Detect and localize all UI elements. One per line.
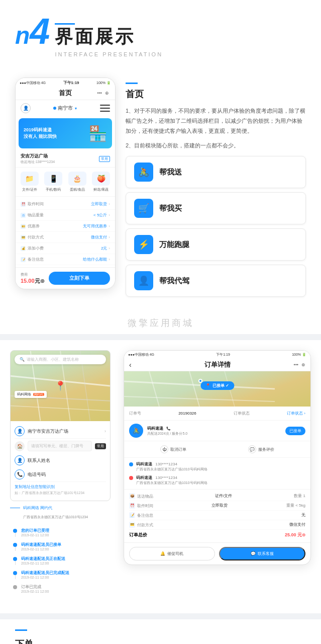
order-no-value: 20190326 xyxy=(178,411,196,416)
timeline-dot-4 xyxy=(13,571,17,575)
phone-banner: 2019码科速递 没有人 能比我快 🏪 xyxy=(19,118,112,148)
address-tag: 常用 xyxy=(99,156,110,162)
cancel-order-btn[interactable]: ⏻ 取消订单 xyxy=(160,445,186,453)
phone-icon: 📞 xyxy=(15,469,25,479)
phone-row: 📞 电话号码 xyxy=(15,467,106,482)
timeline-time-4: 2019-02-11 12:00 xyxy=(21,576,69,579)
section2-left: 🔍 请输入商圈、小区、建筑名称 📍 码科网络 网约 xyxy=(10,350,116,598)
driver-rating: 共配送2024次 / 服务分5.0 xyxy=(147,431,281,436)
timeline-dot-2 xyxy=(13,543,17,547)
form-row-weight[interactable]: ⚖ 物品重量 < 5公斤 › xyxy=(16,210,115,221)
form-row-tip[interactable]: 💰 添加小费 2元 › xyxy=(16,243,115,254)
addr-from-row: 码科速递 130****1234 广西省西永永德区某万达广场1010号码科网络 xyxy=(129,460,305,473)
order-bottom-buttons: 🔔 催促司机 💬 联系客服 xyxy=(124,542,310,565)
phone-nav-title: 首页 xyxy=(59,89,72,98)
watermark: 微擎应用商城 xyxy=(0,312,321,334)
chat-icon: 💬 xyxy=(251,551,256,556)
order-phone: ●●●中国移动 4G 下午1:19 100% 🔋 ‹ 订单详情 ••• ⊕ xyxy=(124,350,311,565)
submit-button[interactable]: 立刻下单 xyxy=(49,272,110,285)
order-status-bar: ●●●中国移动 4G 下午1:19 100% 🔋 xyxy=(124,351,310,359)
carrier: ●●●中国移动 4G xyxy=(20,80,46,86)
header-title-en: INTERFACE PRESENTATION xyxy=(55,51,163,57)
map-pin: 📍 xyxy=(55,380,66,391)
section3-title: 下单 xyxy=(15,638,306,644)
phone-header-row: 👤 南宁市 ▼ xyxy=(16,100,115,116)
driver-name: 码科速递 📞 xyxy=(147,426,281,431)
order-nav-title: 订单详情 xyxy=(204,360,231,369)
timeline-item-4: 码科速递配送员已完成配送 2019-02-11 12:00 xyxy=(13,570,113,579)
service-btn-buy[interactable]: 🛒 帮我买 xyxy=(126,192,306,224)
search-placeholder: 请输入商圈、小区、建筑名称 xyxy=(27,357,79,362)
category-label-cake: 蛋糕/食品 xyxy=(70,187,85,192)
review-btn[interactable]: 💬 服务评价 xyxy=(248,445,274,453)
category-cake[interactable]: 🎂 蛋糕/食品 xyxy=(65,172,89,192)
map-addr-text: 南宁市安吉万达广场 xyxy=(28,428,101,435)
category-icon-cake: 🎂 xyxy=(68,172,86,186)
form-row-payment[interactable]: 💳 付款方式 微信支付 › xyxy=(16,232,115,243)
contact-icon: 👤 xyxy=(15,455,25,465)
addr-input[interactable]: 请填写写单元、楼层、门牌号 xyxy=(28,441,92,451)
map-search[interactable]: 🔍 请输入商圈、小区、建筑名称 xyxy=(15,355,106,364)
copy-example: 如：广西省西永永德区某万达广场101号1234 xyxy=(15,491,106,496)
phone-text: 电话号码 xyxy=(28,471,106,478)
contact-button[interactable]: 💬 联系客服 xyxy=(219,547,306,560)
section-divider-2 xyxy=(0,613,321,619)
category-documents[interactable]: 📁 文件/证件 xyxy=(18,172,42,192)
svg-line-7 xyxy=(149,371,159,407)
order-status-link[interactable]: 订单状态 › xyxy=(287,411,305,416)
timeline-time-1: 2019-02-11 12:00 xyxy=(21,533,49,537)
deliver-label: 帮我送 xyxy=(159,168,182,177)
map-input-row: 🏠 请填写写单元、楼层、门牌号 常用 xyxy=(15,439,106,453)
phone-bottom-bar: 费用 15.00元⊙ 立刻下单 xyxy=(16,267,115,289)
back-button[interactable]: ‹ xyxy=(129,361,132,369)
form-row-time[interactable]: ⏰ 取件时间 立即取货 › xyxy=(16,199,115,210)
timeline-item-1: 您的订单已受理 2019-02-11 12:00 xyxy=(13,528,113,537)
service-btn-drive[interactable]: 👤 帮我代驾 xyxy=(126,265,306,297)
timeline-item-2: 码科速递配送员已接单 2019-02-11 12:00 xyxy=(13,542,113,551)
phone-status-bar: ●●●中国移动 4G 下午1:19 100% 🔋 xyxy=(16,78,115,87)
section1: ●●●中国移动 4G 下午1:19 100% 🔋 首页 ••• ⊕ 👤 南宁市 xyxy=(0,67,321,312)
address-info: 安吉万达广场 收起地址:138****1234 xyxy=(21,153,55,165)
form-row-note[interactable]: 📝 备注信息 给他什么都能 › xyxy=(16,254,115,265)
to-dot xyxy=(129,476,133,480)
phone-address-row: 安吉万达广场 收起地址:138****1234 常用 xyxy=(16,150,115,168)
detail-row-time: ⏰ 取件时间 立即取货 重量 < 5kg xyxy=(129,501,305,511)
category-label-flowers: 鲜花/果蔬 xyxy=(93,187,109,192)
section1-desc1: 1、对于不同的服务，不同的要求，要从用户体验的角度考虑问题，除了横幅广告之外，还… xyxy=(126,106,306,136)
title-bar xyxy=(126,83,138,84)
timeline-dot-3 xyxy=(13,557,17,561)
service-btn-errand[interactable]: ⚡ 万能跑腿 xyxy=(126,228,306,261)
annotation-main: 码科网络 网约代 xyxy=(23,505,52,511)
service-btn-deliver[interactable]: 🚴 帮我送 xyxy=(126,156,306,188)
order-driver-row: 🚴 码科速递 📞 共配送2024次 / 服务分5.0 已接单 xyxy=(124,421,310,441)
remind-button[interactable]: 🔔 催促司机 xyxy=(129,547,215,560)
svg-line-9 xyxy=(189,371,199,407)
location-pill: 南宁市 ▼ xyxy=(53,105,78,112)
timeline-item-5: 订单已完成 2019-02-11 12:00 xyxy=(13,584,113,593)
order-actions: ⏻ 取消订单 💬 服务评价 xyxy=(124,441,310,458)
annotation-sub: 广西省西永永德区某万达广场1010号1234 xyxy=(10,515,116,520)
form-row-coupon[interactable]: 🎫 优惠券 无可用优惠券 › xyxy=(16,221,115,232)
map-addr-row-1[interactable]: 👤 南宁市安吉万达广场 › xyxy=(15,424,106,439)
timeline-time-5: 2019-02-11 12:00 xyxy=(21,590,49,593)
annotations: 码科网络 网约代 广西省西永永德区某万达广场1010号1234 xyxy=(10,505,116,520)
phone-nav-bar: 首页 ••• ⊕ xyxy=(16,87,115,100)
category-flowers[interactable]: 🍑 鲜花/果蔬 xyxy=(89,172,114,192)
bell-icon: 🔔 xyxy=(160,551,165,556)
location-dot xyxy=(53,107,56,110)
timeline-title-5: 订单已完成 xyxy=(21,584,49,590)
contact-row: 👤 联系人姓名 xyxy=(15,453,106,467)
detail-row-goods: 📦 送达物品 证件/文件 数量 1 xyxy=(129,492,305,501)
logo-n: n xyxy=(15,24,30,48)
addr-to-name: 码科速递 130****1234 xyxy=(136,475,207,480)
section-divider-1 xyxy=(0,334,321,340)
order-map-badge: 📍 已接单 ✓ xyxy=(200,381,234,390)
category-phone[interactable]: 📱 手机/数码 xyxy=(42,172,66,192)
order-number-row: 订单号 20190326 订单状态 订单状态 › xyxy=(129,410,305,417)
phone-categories: 📁 文件/证件 📱 手机/数码 🎂 蛋糕/食品 🍑 鲜花/果蔬 xyxy=(16,168,115,197)
fee-label: 费用 xyxy=(21,272,45,277)
drive-icon: 👤 xyxy=(134,271,153,290)
logo-4: 4 xyxy=(30,15,50,48)
accepted-badge: 已接单 xyxy=(285,427,305,435)
map-person-icon: 👤 xyxy=(15,426,25,436)
